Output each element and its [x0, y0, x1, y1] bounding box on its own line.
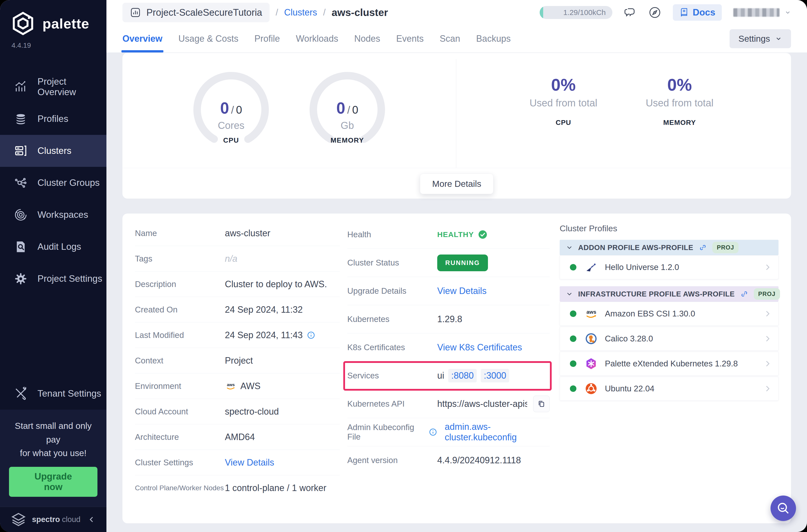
profile-item-amazon-ebs-csi[interactable]: aws Amazon EBS CSI 1.30.0	[560, 302, 778, 326]
account-name-redacted	[733, 8, 780, 17]
header-actions: 1.29/100kCh Docs	[540, 4, 791, 21]
tab-workloads[interactable]: Workloads	[296, 25, 338, 53]
tools-icon	[14, 387, 27, 400]
cluster-profiles-panel: Cluster Profiles ADDON PROFILE AWS-PROFI…	[560, 221, 778, 523]
help-search-fab[interactable]	[771, 496, 796, 521]
gear-icon	[14, 272, 27, 285]
cpu-usage-metric: 0% Used from total CPU	[506, 75, 621, 127]
settings-label: Settings	[738, 34, 770, 44]
breadcrumb-project-pill[interactable]: Project-ScaleSecureTutoria	[123, 3, 269, 22]
info-icon[interactable]	[307, 331, 315, 339]
tab-profile[interactable]: Profile	[254, 25, 280, 53]
chevron-down-icon	[785, 9, 791, 16]
detail-row-name: Name aws-cluster	[135, 221, 340, 246]
service-port-3000-link[interactable]: :3000	[481, 369, 509, 382]
upgrade-view-details-link[interactable]: View Details	[437, 286, 486, 296]
collapse-sidebar-icon[interactable]	[88, 515, 96, 524]
detail-row-environment: Environment aws AWS	[135, 374, 340, 399]
addon-profile-name: ADDON PROFILE AWS-PROFILE	[578, 244, 693, 252]
sidebar-item-label: Profiles	[37, 114, 68, 124]
tab-nodes[interactable]: Nodes	[354, 25, 380, 53]
memory-usage-metric: 0% Used from total MEMORY	[622, 75, 737, 127]
sidebar-item-cluster-groups[interactable]: Cluster Groups	[0, 167, 107, 199]
profile-item-palette-extended-kubernetes[interactable]: Palette eXtended Kubernetes 1.29.8	[560, 352, 778, 376]
sidebar-item-profiles[interactable]: Profiles	[0, 103, 107, 135]
info-icon[interactable]	[429, 428, 437, 436]
sidebar: palette 4.4.19 Project Overview Profiles…	[0, 0, 107, 532]
sidebar-item-label: Tenant Settings	[37, 388, 101, 399]
upgrade-now-button[interactable]: Upgrade now	[9, 467, 97, 497]
compass-icon[interactable]	[648, 6, 661, 19]
book-icon	[679, 8, 689, 17]
copy-api-url-button[interactable]	[533, 396, 550, 412]
palette-logo-icon	[10, 11, 36, 36]
addon-profile-header[interactable]: ADDON PROFILE AWS-PROFILE PROJ	[560, 240, 778, 255]
main-area: Project-ScaleSecureTutoria / Clusters / …	[107, 0, 807, 532]
detail-row-services: Services ui :8080 :3000	[347, 362, 550, 390]
aws-logo-icon: aws	[585, 307, 597, 320]
detail-row-context: Context Project	[135, 348, 340, 374]
sidebar-item-project-settings[interactable]: Project Settings	[0, 263, 107, 295]
account-menu[interactable]	[733, 8, 791, 17]
detail-row-cloud-account: Cloud Account spectro-cloud	[135, 399, 340, 424]
memory-usage-label: MEMORY	[622, 119, 737, 127]
check-circle-icon	[478, 230, 488, 240]
status-dot	[570, 360, 576, 367]
sidebar-item-project-overview[interactable]: Project Overview	[0, 71, 107, 103]
link-icon[interactable]	[740, 290, 748, 298]
tab-backups[interactable]: Backups	[476, 25, 511, 53]
tab-scan[interactable]: Scan	[440, 25, 460, 53]
chevron-right-icon	[763, 263, 772, 271]
more-details-button[interactable]: More Details	[420, 174, 493, 194]
detail-row-last-modified: Last Modified 24 Sep 2024, 11:43	[135, 322, 340, 348]
running-status-badge[interactable]: RUNNING	[437, 254, 488, 271]
chevron-right-icon	[763, 309, 772, 318]
sidebar-item-audit-logs[interactable]: Audit Logs	[0, 231, 107, 263]
infrastructure-profile-name: INFRASTRUCTURE PROFILE AWS-PROFILE	[578, 290, 735, 298]
status-dot	[570, 336, 576, 342]
top-header: Project-ScaleSecureTutoria / Clusters / …	[107, 0, 807, 25]
kubeconfig-download-link[interactable]: admin.aws-cluster.kubeconfig	[445, 422, 550, 442]
detail-row-upgrade-details: Upgrade Details View Details	[347, 277, 550, 305]
cpu-gauge-label: CPU	[192, 136, 270, 144]
upgrade-promo: Start small and only pay for what you us…	[0, 410, 107, 507]
cluster-settings-view-details-link[interactable]: View Details	[225, 457, 274, 468]
docs-button[interactable]: Docs	[673, 4, 722, 21]
sidebar-item-label: Clusters	[37, 146, 72, 156]
service-port-8080-link[interactable]: :8080	[448, 369, 477, 382]
tab-usage-costs[interactable]: Usage & Costs	[179, 25, 238, 53]
chevron-right-icon	[763, 335, 772, 343]
project-scope-badge: PROJ	[754, 288, 780, 300]
usage-progress	[540, 6, 543, 19]
view-k8s-certificates-link[interactable]: View K8s Certificates	[437, 342, 522, 353]
brand-name: palette	[42, 16, 90, 32]
cluster-tabbar: Overview Usage & Costs Profile Workloads…	[107, 25, 807, 53]
docs-label: Docs	[693, 7, 715, 18]
sidebar-item-workspaces[interactable]: Workspaces	[0, 199, 107, 231]
memory-gauge: 0/0 Gb MEMORY	[308, 71, 386, 156]
profile-item-ubuntu[interactable]: Ubuntu 22.04	[560, 377, 778, 401]
usage-quota-badge[interactable]: 1.29/100kCh	[540, 6, 612, 19]
detail-row-health: Health HEALTHY	[347, 221, 550, 249]
memory-usage-percent: 0%	[622, 75, 737, 94]
chat-icon[interactable]	[624, 6, 637, 19]
breadcrumb-clusters-link[interactable]: Clusters	[284, 7, 317, 18]
profile-item-calico[interactable]: Calico 3.28.0	[560, 327, 778, 351]
profile-item-hello-universe[interactable]: Hello Universe 1.2.0	[560, 255, 778, 279]
sidebar-item-tenant-settings[interactable]: Tenant Settings	[0, 378, 107, 410]
tab-events[interactable]: Events	[396, 25, 424, 53]
content-area: 0/0 Cores CPU 0/0 Gb MEMORY 0% Used from…	[107, 53, 807, 532]
project-scope-badge: PROJ	[712, 242, 738, 253]
chevron-down-icon	[566, 244, 573, 251]
tab-overview[interactable]: Overview	[123, 25, 163, 53]
detail-row-cluster-settings: Cluster Settings View Details	[135, 450, 340, 475]
app-version: 4.4.19	[12, 41, 107, 50]
details-card: Name aws-cluster Tags n/a Description Cl…	[123, 213, 791, 523]
cluster-profiles-title: Cluster Profiles	[560, 224, 778, 233]
infrastructure-profile-header[interactable]: INFRASTRUCTURE PROFILE AWS-PROFILE PROJ	[560, 286, 778, 302]
sidebar-item-clusters[interactable]: Clusters	[0, 135, 107, 167]
link-icon[interactable]	[699, 244, 707, 251]
settings-dropdown-button[interactable]: Settings	[730, 29, 791, 48]
sidebar-item-label: Project Overview	[37, 76, 107, 97]
memory-gauge-unit: Gb	[308, 120, 386, 131]
